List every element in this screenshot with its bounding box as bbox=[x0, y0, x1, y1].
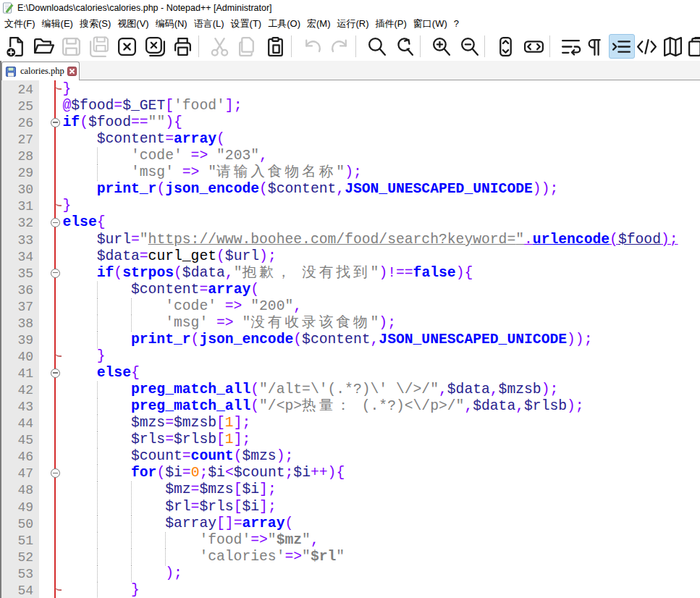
menu-item-8[interactable]: 宏(M) bbox=[305, 16, 333, 32]
code-line-48[interactable]: 48 $mz=$mzs[$i]; bbox=[1, 481, 700, 498]
code-line-39[interactable]: 39 print_r(json_encode($content,JSON_UNE… bbox=[1, 332, 700, 348]
line-number[interactable]: 37 bbox=[1, 299, 33, 316]
line-number[interactable]: 52 bbox=[1, 549, 33, 566]
line-number[interactable]: 43 bbox=[1, 399, 33, 416]
code-line-35[interactable]: 35 if(strpos($data,"抱歉， 没有找到")!==false){ bbox=[1, 265, 700, 282]
menu-item-7[interactable]: 工具(O) bbox=[266, 16, 303, 32]
fold-collapse-marker[interactable] bbox=[51, 218, 60, 227]
code-line-42[interactable]: 42 preg_match_all("/alt=\'(.*?)\' \/>/",… bbox=[1, 382, 700, 398]
show-indent-guide-button[interactable] bbox=[609, 34, 635, 59]
close-all-button[interactable] bbox=[142, 34, 168, 59]
line-number[interactable]: 40 bbox=[1, 349, 33, 366]
open-file-button[interactable] bbox=[30, 34, 56, 59]
redo-button[interactable] bbox=[326, 34, 353, 59]
code-line-27[interactable]: 27 $content=array( bbox=[1, 131, 700, 148]
code-line-37[interactable]: 37 'code' => "200", bbox=[1, 298, 700, 315]
line-number[interactable]: 42 bbox=[1, 382, 33, 399]
line-number[interactable]: 31 bbox=[1, 198, 33, 215]
fold-collapse-marker[interactable] bbox=[51, 369, 60, 378]
line-number[interactable]: 28 bbox=[1, 148, 33, 165]
line-number[interactable]: 27 bbox=[1, 132, 33, 148]
close-button[interactable] bbox=[114, 34, 140, 59]
code-line-26[interactable]: 26if($food==""){ bbox=[1, 114, 700, 131]
code-line-25[interactable]: 25@$food=$_GET['food']; bbox=[1, 98, 700, 114]
code-line-30[interactable]: 30 print_r(json_encode($content,JSON_UNE… bbox=[1, 181, 700, 198]
code-line-36[interactable]: 36 $content=array( bbox=[1, 282, 700, 298]
code-line-54[interactable]: 54 } bbox=[1, 582, 700, 598]
code-line-40[interactable]: 40 } bbox=[1, 348, 700, 365]
line-number[interactable]: 39 bbox=[1, 332, 33, 349]
find-button[interactable] bbox=[363, 34, 389, 59]
line-number[interactable]: 53 bbox=[1, 566, 33, 583]
code-line-29[interactable]: 29 'msg' => "请输入食物名称"); bbox=[1, 164, 700, 181]
print-button[interactable] bbox=[169, 34, 195, 59]
code-line-49[interactable]: 49 $rl=$rls[$i]; bbox=[1, 499, 700, 515]
menu-item-4[interactable]: 编码(N) bbox=[153, 16, 190, 32]
code-line-32[interactable]: 32else{ bbox=[1, 214, 700, 231]
line-number[interactable]: 34 bbox=[1, 249, 33, 266]
menu-item-9[interactable]: 运行(R) bbox=[334, 16, 371, 32]
line-number[interactable]: 47 bbox=[1, 466, 33, 482]
line-number[interactable]: 50 bbox=[1, 516, 33, 533]
code-line-44[interactable]: 44 $mzs=$mzsb[1]; bbox=[1, 415, 700, 431]
tab-calories-php[interactable]: calories.php bbox=[1, 62, 80, 80]
show-all-characters-button[interactable] bbox=[583, 34, 609, 59]
replace-button[interactable] bbox=[392, 34, 418, 59]
code-line-46[interactable]: 46 $count=count($mzs); bbox=[1, 448, 700, 465]
code-line-51[interactable]: 51 'food'=>"$mz", bbox=[1, 532, 700, 549]
save-all-button[interactable] bbox=[86, 34, 112, 59]
code-line-28[interactable]: 28 'code' => "203", bbox=[1, 148, 700, 164]
code-line-33[interactable]: 33 $url="https://www.boohee.com/food/sea… bbox=[1, 232, 700, 248]
menu-item-6[interactable]: 设置(T) bbox=[229, 16, 264, 32]
word-wrap-button[interactable] bbox=[557, 34, 583, 59]
zoom-in-button[interactable] bbox=[429, 34, 455, 59]
line-number[interactable]: 45 bbox=[1, 432, 33, 449]
code-line-43[interactable]: 43 preg_match_all("/<p>热量： (.*?)<\/p>/",… bbox=[1, 398, 700, 415]
menu-item-0[interactable]: 文件(F) bbox=[2, 16, 38, 32]
line-number[interactable]: 41 bbox=[1, 366, 33, 382]
new-file-button[interactable] bbox=[3, 34, 29, 59]
copy-button[interactable] bbox=[235, 34, 261, 59]
line-number[interactable]: 33 bbox=[1, 232, 33, 249]
code-line-38[interactable]: 38 'msg' => "没有收录该食物"); bbox=[1, 315, 700, 332]
document-list-button[interactable] bbox=[685, 34, 700, 59]
code-line-31[interactable]: 31} bbox=[1, 198, 700, 214]
document-map-button[interactable] bbox=[659, 34, 686, 59]
menu-item-1[interactable]: 编辑(E) bbox=[40, 16, 75, 32]
menu-item-12[interactable]: ? bbox=[452, 16, 461, 32]
tab-close-icon[interactable] bbox=[67, 67, 77, 76]
save-button[interactable] bbox=[59, 34, 85, 59]
line-number[interactable]: 44 bbox=[1, 416, 33, 432]
code-line-47[interactable]: 47 for($i=0;$i<$count;$i++){ bbox=[1, 465, 700, 481]
fold-collapse-marker[interactable] bbox=[51, 118, 60, 127]
code-line-34[interactable]: 34 $data=curl_get($url); bbox=[1, 248, 700, 265]
code-line-45[interactable]: 45 $rls=$rlsb[1]; bbox=[1, 431, 700, 448]
code-line-52[interactable]: 52 'calories'=>"$rl" bbox=[1, 549, 700, 565]
line-number[interactable]: 38 bbox=[1, 316, 33, 332]
line-number[interactable]: 35 bbox=[1, 266, 33, 282]
menu-item-10[interactable]: 插件(P) bbox=[374, 16, 409, 32]
menu-item-3[interactable]: 视图(V) bbox=[115, 16, 151, 32]
menu-item-2[interactable]: 搜索(S) bbox=[77, 16, 113, 32]
line-number[interactable]: 36 bbox=[1, 282, 33, 299]
line-number[interactable]: 25 bbox=[1, 98, 33, 115]
line-number[interactable]: 26 bbox=[1, 115, 33, 132]
line-number[interactable]: 48 bbox=[1, 482, 33, 499]
code-line-41[interactable]: 41 else{ bbox=[1, 365, 700, 382]
line-number[interactable]: 30 bbox=[1, 182, 33, 198]
line-number[interactable]: 32 bbox=[1, 215, 33, 232]
sync-vertical-scroll-button[interactable] bbox=[493, 34, 519, 59]
line-number[interactable]: 49 bbox=[1, 500, 33, 516]
line-number[interactable]: 54 bbox=[1, 583, 33, 598]
zoom-out-button[interactable] bbox=[456, 34, 482, 59]
menu-item-11[interactable]: 窗口(W) bbox=[411, 16, 450, 32]
paste-button[interactable] bbox=[262, 34, 288, 59]
code-line-50[interactable]: 50 $array[]=array( bbox=[1, 515, 700, 532]
code-editor[interactable]: 24}25@$food=$_GET['food'];26if($food==""… bbox=[0, 80, 700, 598]
undo-button[interactable] bbox=[299, 34, 325, 59]
line-number[interactable]: 46 bbox=[1, 449, 33, 466]
line-number[interactable]: 29 bbox=[1, 165, 33, 182]
code-line-24[interactable]: 24} bbox=[1, 81, 700, 98]
fold-collapse-marker[interactable] bbox=[51, 269, 60, 278]
sync-horizontal-scroll-button[interactable] bbox=[520, 34, 547, 59]
